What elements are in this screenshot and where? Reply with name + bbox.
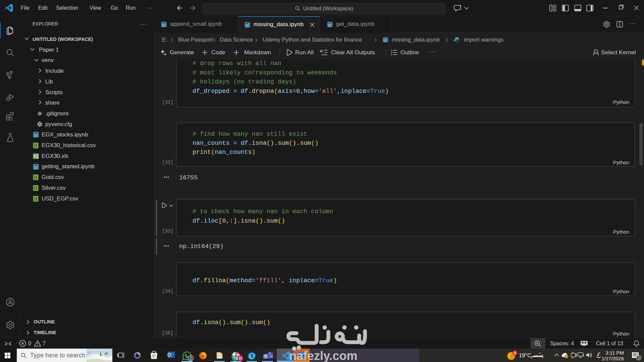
svg-text:X: X bbox=[34, 154, 36, 158]
svg-text:T: T bbox=[264, 354, 267, 358]
svg-text:H: H bbox=[239, 356, 241, 360]
svg-text:9: 9 bbox=[638, 356, 640, 360]
svg-text:2: 2 bbox=[190, 356, 192, 361]
svg-text:3: 3 bbox=[514, 351, 516, 355]
